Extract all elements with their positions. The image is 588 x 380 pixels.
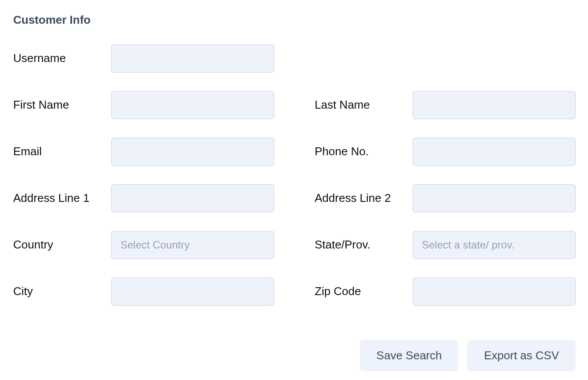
form-group-city: City xyxy=(13,278,274,306)
form-group-email: Email xyxy=(13,138,274,166)
form-group-state: State/Prov. xyxy=(315,231,576,259)
form-group-country: Country xyxy=(13,231,274,259)
last-name-input[interactable] xyxy=(413,91,576,119)
address1-input[interactable] xyxy=(111,184,274,212)
form-group-zip: Zip Code xyxy=(315,278,576,306)
last-name-label: Last Name xyxy=(315,98,413,113)
export-csv-button[interactable]: Export as CSV xyxy=(467,340,576,371)
save-search-button[interactable]: Save Search xyxy=(360,340,459,371)
form-row: Username xyxy=(13,44,576,73)
zip-label: Zip Code xyxy=(315,284,413,299)
username-input[interactable] xyxy=(111,44,274,73)
form-group-address1: Address Line 1 xyxy=(13,184,274,212)
phone-label: Phone No. xyxy=(315,144,413,159)
form-row: Country State/Prov. xyxy=(13,231,576,259)
first-name-input[interactable] xyxy=(111,91,274,119)
form-row: City Zip Code xyxy=(13,278,576,306)
first-name-label: First Name xyxy=(13,98,111,113)
form-row: Address Line 1 Address Line 2 xyxy=(13,184,576,212)
zip-input[interactable] xyxy=(413,278,576,306)
form-group-username: Username xyxy=(13,44,274,73)
form-row: Email Phone No. xyxy=(13,138,576,166)
address2-label: Address Line 2 xyxy=(315,191,413,206)
form-row: First Name Last Name xyxy=(13,91,576,119)
country-label: Country xyxy=(13,238,111,252)
customer-info-form: Username First Name Last Name Email Phon… xyxy=(13,44,576,306)
form-group-last-name: Last Name xyxy=(315,91,576,119)
username-label: Username xyxy=(13,51,111,66)
button-row: Save Search Export as CSV xyxy=(13,340,576,371)
state-input[interactable] xyxy=(413,231,576,259)
email-input[interactable] xyxy=(111,138,274,166)
address1-label: Address Line 1 xyxy=(13,191,111,206)
city-label: City xyxy=(13,284,111,299)
city-input[interactable] xyxy=(111,278,274,306)
state-label: State/Prov. xyxy=(315,238,413,252)
section-title: Customer Info xyxy=(13,13,576,27)
country-input[interactable] xyxy=(111,231,274,259)
form-group-phone: Phone No. xyxy=(315,138,576,166)
phone-input[interactable] xyxy=(413,138,576,166)
address2-input[interactable] xyxy=(413,184,576,212)
email-label: Email xyxy=(13,144,111,159)
form-group-address2: Address Line 2 xyxy=(315,184,576,212)
form-group-first-name: First Name xyxy=(13,91,274,119)
